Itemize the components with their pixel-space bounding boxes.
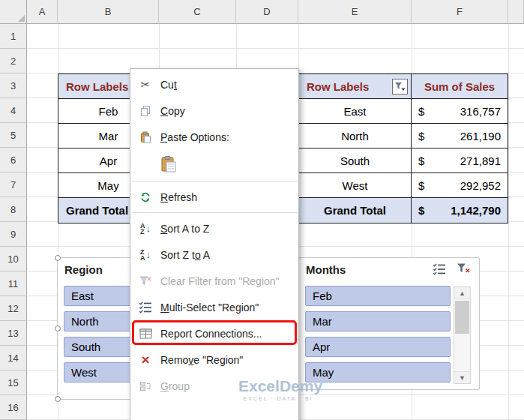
- value-cell[interactable]: $ 261,190: [412, 124, 508, 148]
- row-header-3[interactable]: 3: [0, 74, 27, 98]
- menu-separator: [132, 181, 297, 182]
- column-header-e[interactable]: E: [298, 0, 412, 24]
- slicer-item-may[interactable]: May: [305, 362, 451, 382]
- row-header-9[interactable]: 9: [0, 222, 27, 247]
- menu-item-label: Sort Z to A: [160, 249, 210, 261]
- row-header-13[interactable]: 13: [0, 321, 27, 346]
- excel-window: A B C D E F 1 2 3 4 5 6 7 8 9 10 11 12 1…: [0, 0, 524, 420]
- column-header-c[interactable]: C: [159, 0, 236, 24]
- multi-select-icon: [433, 262, 446, 275]
- months-slicer[interactable]: Months Feb Mar Apr May: [298, 257, 480, 390]
- row-header-1[interactable]: 1: [0, 24, 27, 49]
- scroll-up-button[interactable]: ▲: [454, 287, 470, 299]
- grand-total-value-cell[interactable]: $ 1,142,790: [412, 198, 508, 223]
- months-slicer-title: Months: [299, 258, 479, 280]
- resize-handle[interactable]: [55, 396, 61, 402]
- row-labels-header-cell[interactable]: Row Labels: [299, 74, 412, 98]
- context-menu: ✂ Cut Copy Paste Options:: [130, 68, 299, 420]
- grand-total-label-cell[interactable]: Grand Total: [299, 198, 412, 223]
- refresh-icon: [136, 191, 154, 203]
- row-header-14[interactable]: 14: [0, 346, 27, 370]
- paste-options-icon: [136, 131, 154, 143]
- resize-handle[interactable]: [55, 255, 61, 261]
- row-label-cell[interactable]: East: [299, 99, 412, 123]
- menu-item-copy[interactable]: Copy: [130, 98, 298, 124]
- row-header-8[interactable]: 8: [0, 197, 27, 222]
- row-header-2[interactable]: 2: [0, 49, 27, 74]
- menu-item-clear-filter: Clear Filter from "Region": [130, 268, 298, 294]
- menu-item-refresh[interactable]: Refresh: [130, 184, 298, 210]
- menu-item-label: Remove "Region": [160, 354, 243, 366]
- cut-icon: ✂: [136, 78, 154, 92]
- menu-item-label: Cut: [160, 79, 177, 91]
- pivot-row-south[interactable]: South $ 271,891: [299, 148, 508, 173]
- pivot-row-north[interactable]: North $ 261,190: [299, 124, 508, 148]
- multi-select-toggle[interactable]: [433, 262, 446, 275]
- menu-item-label: Refresh: [160, 191, 197, 203]
- gridline: [508, 24, 509, 420]
- currency-symbol: $: [418, 154, 424, 167]
- pivot-row-east[interactable]: East $ 316,757: [299, 99, 508, 124]
- menu-item-remove-region[interactable]: × Remove "Region": [130, 346, 298, 373]
- menu-item-sort-a-to-z[interactable]: AZ↓ Sort A to Z: [130, 215, 298, 242]
- menu-item-multi-select[interactable]: Multi-Select "Region": [130, 294, 298, 320]
- slicer-item-feb[interactable]: Feb: [305, 286, 451, 306]
- menu-item-label: Copy: [160, 105, 185, 117]
- slicer-item-mar[interactable]: Mar: [305, 311, 451, 332]
- menu-item-label: Report Connections...: [160, 328, 262, 340]
- menu-item-label: Sort A to Z: [160, 223, 209, 235]
- row-header-4[interactable]: 4: [0, 98, 27, 123]
- menu-item-label: Multi-Select "Region": [160, 302, 259, 314]
- menu-item-group: Group: [130, 373, 298, 399]
- group-icon: [136, 381, 154, 392]
- clear-filter-funnel-icon: [457, 262, 470, 274]
- row-header-5[interactable]: 5: [0, 123, 27, 148]
- column-header-d[interactable]: D: [236, 0, 298, 24]
- row-header-6[interactable]: 6: [0, 148, 27, 172]
- row-header-16[interactable]: 16: [0, 395, 27, 420]
- row-header-15[interactable]: 15: [0, 370, 27, 395]
- value-cell[interactable]: $ 271,891: [412, 148, 508, 172]
- row-label-cell[interactable]: West: [299, 173, 412, 197]
- menu-item-paste[interactable]: [130, 150, 298, 178]
- slicer-scrollbar[interactable]: ▲ ▼: [454, 286, 471, 384]
- currency-symbol: $: [418, 105, 424, 118]
- scroll-down-button[interactable]: ▼: [454, 371, 470, 383]
- row-header-12[interactable]: 12: [0, 296, 27, 321]
- currency-symbol: $: [418, 204, 424, 217]
- menu-item-cut[interactable]: ✂ Cut: [130, 71, 298, 98]
- amount: 316,757: [460, 105, 501, 118]
- menu-item-label: Paste Options:: [160, 131, 229, 143]
- select-all-corner[interactable]: [0, 0, 27, 24]
- menu-item-sort-z-to-a[interactable]: ZA↓ Sort Z to A: [130, 242, 298, 268]
- column-header-partial[interactable]: [508, 0, 524, 24]
- row-labels-text: Row Labels: [307, 80, 369, 93]
- pivot-grand-total-row[interactable]: Grand Total $ 1,142,790: [299, 198, 508, 223]
- row-header-7[interactable]: 7: [0, 172, 27, 197]
- column-header-b[interactable]: B: [58, 0, 159, 24]
- column-header-a[interactable]: A: [27, 0, 58, 24]
- menu-item-paste-options[interactable]: Paste Options:: [130, 124, 298, 150]
- sort-z-a-icon: ZA↓: [136, 249, 154, 261]
- report-connections-icon: [136, 328, 154, 339]
- copy-icon: [136, 105, 154, 117]
- row-label-cell[interactable]: South: [299, 148, 412, 172]
- resize-handle[interactable]: [55, 326, 61, 332]
- scroll-thumb[interactable]: [455, 301, 469, 334]
- currency-symbol: $: [418, 130, 424, 142]
- clear-filter-button[interactable]: [457, 262, 470, 274]
- column-header-f[interactable]: F: [412, 0, 508, 24]
- menu-item-label: Clear Filter from "Region": [160, 275, 280, 287]
- row-header-11[interactable]: 11: [0, 272, 27, 296]
- value-cell[interactable]: $ 292,952: [412, 173, 508, 197]
- slicer-item-apr[interactable]: Apr: [305, 337, 451, 357]
- sort-a-z-icon: AZ↓: [136, 223, 154, 235]
- row-header-10[interactable]: 10: [0, 247, 27, 272]
- pivot-row-west[interactable]: West $ 292,952: [299, 173, 508, 198]
- sales-pivot-table: Row Labels Sum of Sales East $ 316,757 N…: [298, 74, 508, 224]
- pivot-filter-dropdown-button[interactable]: [392, 79, 408, 94]
- value-cell[interactable]: $ 316,757: [412, 99, 508, 123]
- row-label-cell[interactable]: North: [299, 124, 412, 148]
- sum-of-sales-header-cell[interactable]: Sum of Sales: [412, 74, 508, 98]
- menu-item-report-connections[interactable]: Report Connections...: [130, 320, 298, 346]
